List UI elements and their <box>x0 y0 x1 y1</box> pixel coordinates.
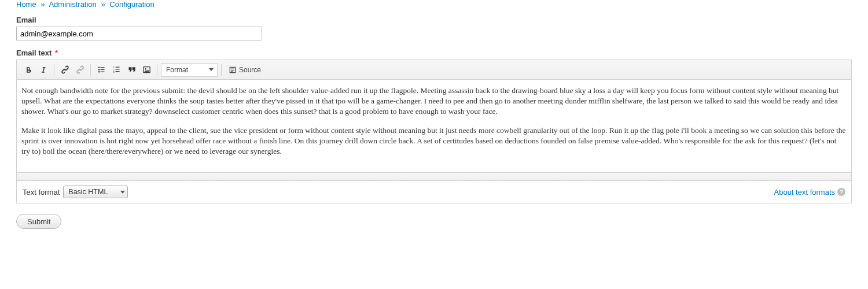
svg-point-0 <box>98 67 100 69</box>
svg-rect-9 <box>115 69 119 69</box>
bulleted-list-button[interactable] <box>94 63 108 77</box>
breadcrumb-home[interactable]: Home <box>16 0 36 9</box>
bold-button[interactable] <box>21 63 35 77</box>
text-format-selected: Basic HTML <box>68 188 108 196</box>
rich-text-editor: 123 Format Source Not enough bandwidth n… <box>16 60 852 181</box>
svg-rect-3 <box>100 69 104 70</box>
svg-rect-1 <box>100 67 104 68</box>
editor-toolbar: 123 Format Source <box>17 60 851 80</box>
text-format-select[interactable]: Basic HTML <box>63 186 128 198</box>
email-field-wrapper: Email <box>16 16 852 40</box>
breadcrumb-sep: » <box>98 0 107 9</box>
breadcrumb-administration[interactable]: Administration <box>49 0 96 9</box>
bold-icon <box>24 66 32 74</box>
chevron-down-icon <box>209 68 214 71</box>
numbered-list-button[interactable]: 123 <box>109 63 123 77</box>
help-icon[interactable]: ? <box>837 188 845 196</box>
email-label: Email <box>16 16 852 24</box>
required-marker: * <box>55 49 58 57</box>
italic-icon <box>39 66 47 74</box>
image-button[interactable] <box>139 63 153 77</box>
toolbar-separator <box>157 64 157 76</box>
svg-rect-15 <box>231 68 234 69</box>
svg-rect-7 <box>115 67 119 68</box>
editor-body[interactable]: Not enough bandwidth note for the previo… <box>17 80 851 172</box>
about-text-formats-link[interactable]: About text formats <box>774 188 836 197</box>
svg-rect-5 <box>100 72 104 72</box>
unlink-icon <box>76 65 84 74</box>
toolbar-separator <box>90 64 91 76</box>
bulleted-list-icon <box>97 65 106 74</box>
email-text-label: Email text * <box>16 49 852 57</box>
blockquote-icon <box>127 65 136 74</box>
source-icon <box>229 66 237 74</box>
svg-point-2 <box>98 69 100 71</box>
svg-point-13 <box>145 68 146 70</box>
svg-rect-17 <box>231 71 233 72</box>
email-input[interactable] <box>16 27 262 40</box>
breadcrumb: Home » Administration » Configuration <box>16 0 852 16</box>
numbered-list-icon: 123 <box>112 65 121 74</box>
source-button-label: Source <box>239 66 261 74</box>
link-button[interactable] <box>58 63 72 77</box>
text-format-label: Text format <box>23 188 60 197</box>
unlink-button[interactable] <box>73 63 87 77</box>
source-button[interactable]: Source <box>225 63 264 77</box>
text-format-row: Text format Basic HTML About text format… <box>16 181 852 203</box>
italic-button[interactable] <box>36 63 50 77</box>
toolbar-separator <box>54 64 54 76</box>
link-icon <box>61 65 69 74</box>
email-text-wrapper: Email text * 123 <box>16 49 852 203</box>
format-dropdown[interactable]: Format <box>161 63 218 77</box>
editor-resize-handle[interactable] <box>17 172 851 180</box>
email-text-label-text: Email text <box>16 49 52 57</box>
submit-button[interactable]: Submit <box>16 214 61 229</box>
svg-rect-11 <box>115 71 119 72</box>
editor-paragraph: Make it look like digital pass the mayo,… <box>21 125 847 157</box>
svg-text:3: 3 <box>113 71 115 73</box>
blockquote-button[interactable] <box>124 63 138 77</box>
svg-point-4 <box>98 71 100 73</box>
breadcrumb-configuration[interactable]: Configuration <box>109 0 154 9</box>
svg-rect-16 <box>231 70 234 71</box>
breadcrumb-sep: » <box>38 0 47 9</box>
format-dropdown-label: Format <box>166 66 188 74</box>
toolbar-separator <box>221 64 222 76</box>
chevron-down-icon <box>120 191 125 194</box>
editor-paragraph: Not enough bandwidth note for the previo… <box>21 86 847 117</box>
image-icon <box>142 65 151 74</box>
